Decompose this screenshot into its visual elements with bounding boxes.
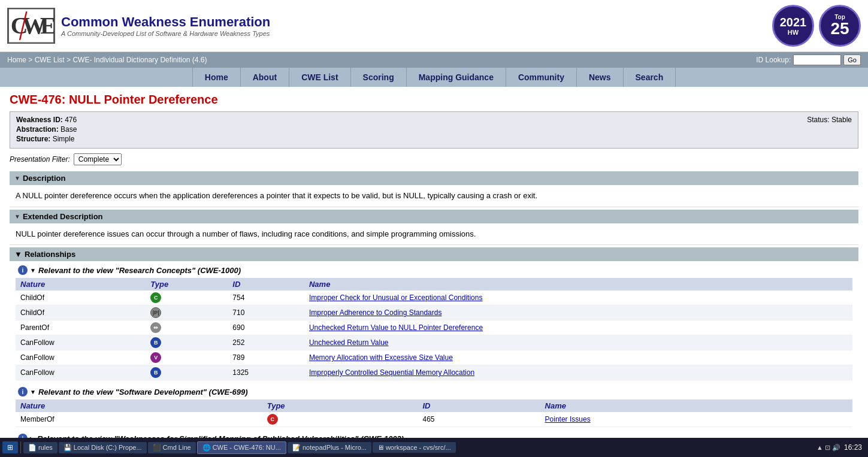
cell-type: C [262, 412, 418, 427]
view-simplified-header: i ▶ Relevant to the view "Weaknesses for… [16, 432, 852, 438]
structure-value: Simple [53, 135, 75, 143]
cell-id: 465 [418, 412, 540, 427]
cwe-link-252[interactable]: Unchecked Return Value [309, 338, 389, 347]
description-text: A NULL pointer dereference occurs when t… [16, 190, 852, 202]
breadcrumb-home[interactable]: Home [7, 56, 26, 64]
abstraction-value: Base [61, 125, 77, 134]
view-info-icon-1[interactable]: i [18, 265, 28, 275]
cell-type: ⇔ [146, 320, 228, 335]
view-info-icon-3[interactable]: i [18, 434, 28, 438]
id-lookup-input[interactable] [793, 55, 841, 65]
breadcrumb-cwelist[interactable]: CWE List [35, 56, 65, 64]
info-box: Weakness ID: 476 Abstraction: Base Struc… [10, 111, 858, 149]
type-icon: ⇔ [150, 322, 161, 333]
col-type-1: Type [146, 278, 228, 290]
description-toggle-arrow: ▼ [14, 175, 20, 181]
cwe-link-754[interactable]: Improper Check for Unusual or Exceptiona… [309, 293, 482, 302]
table-row: MemberOf C 465 Pointer Issues [16, 412, 852, 427]
description-section-header[interactable]: ▼ Description [10, 171, 858, 185]
abstraction-line: Abstraction: Base [16, 125, 77, 134]
cwe-link-1325[interactable]: Improperly Controlled Sequential Memory … [309, 368, 474, 377]
cell-nature: CanFollow [16, 365, 146, 380]
scroll-area[interactable]: CWE-476: NULL Pointer Dereference Weakne… [0, 87, 868, 438]
abstraction-label: Abstraction: [16, 125, 59, 134]
cwe-link-710[interactable]: Improper Adherence to Coding Standards [309, 308, 441, 317]
info-right: Status: Stable [807, 116, 852, 124]
status-value: Stable [831, 116, 852, 124]
table-row: CanFollow V 789 Memory Allocation with E… [16, 350, 852, 365]
nav-item-news[interactable]: News [577, 68, 624, 87]
table-row: ParentOf ⇔ 690 Unchecked Return Value to… [16, 320, 852, 335]
breadcrumb-current: CWE- Individual Dictionary Definition (4… [72, 56, 207, 64]
view1-toggle[interactable]: ▼ [30, 267, 36, 274]
table-row: ChildOf C 754 Improper Check for Unusual… [16, 290, 852, 305]
nav-item-cwe-list[interactable]: CWE List [289, 68, 350, 87]
cell-id: 252 [228, 335, 304, 350]
relationships-header-label: Relationships [25, 250, 75, 259]
relationships-toggle-arrow: ▼ [14, 250, 22, 259]
nav-item-community[interactable]: Community [506, 68, 577, 87]
site-title-area: Common Weakness Enumeration A Community-… [61, 14, 270, 37]
relationships-section: ▼ Relationships i ▼ Relevant to the view… [10, 247, 858, 438]
breadcrumb-bar: Home > CWE List > CWE- Individual Dictio… [0, 52, 868, 68]
relationships-header[interactable]: ▼ Relationships [10, 247, 858, 261]
view2-toggle[interactable]: ▼ [30, 389, 36, 395]
type-icon: C [150, 292, 161, 303]
table-row: CanFollow B 252 Unchecked Return Value [16, 335, 852, 350]
nav-item-mapping[interactable]: Mapping Guidance [407, 68, 506, 87]
nav-item-search[interactable]: Search [624, 68, 676, 87]
view-research-title: Relevant to the view "Research Concepts"… [38, 266, 241, 275]
cell-type: |P| [146, 305, 228, 320]
navbar: HomeAboutCWE ListScoringMapping Guidance… [0, 68, 868, 87]
cwe-link-789[interactable]: Memory Allocation with Excessive Size Va… [309, 353, 453, 362]
view-research-concepts: i ▼ Relevant to the view "Research Conce… [16, 264, 852, 380]
type-icon-red: C [267, 414, 278, 425]
software-dev-table: Nature Type ID Name MemberOf C 465 [16, 400, 852, 427]
description-header-label: Description [23, 174, 66, 183]
extended-description-header-label: Extended Description [23, 212, 103, 221]
filter-select[interactable]: Complete Basic [74, 153, 122, 165]
col-nature-1: Nature [16, 278, 146, 290]
cell-nature: ParentOf [16, 320, 146, 335]
id-lookup-label: ID Lookup: [756, 56, 791, 64]
view-research-header: i ▼ Relevant to the view "Research Conce… [16, 264, 852, 277]
id-lookup-area: ID Lookup: Go [756, 55, 861, 65]
view-software-development: i ▼ Relevant to the view "Software Devel… [16, 385, 852, 427]
badge-2021[interactable]: 2021 HW [772, 5, 814, 47]
badge-top25[interactable]: Top 25 [819, 5, 861, 47]
type-icon: |P| [150, 307, 161, 318]
structure-line: Structure: Simple [16, 135, 77, 143]
nav-item-home[interactable]: Home [192, 68, 241, 87]
col-type-2: Type [262, 400, 418, 412]
extended-desc-toggle-arrow: ▼ [14, 213, 20, 220]
cell-type: V [146, 350, 228, 365]
cell-nature: CanFollow [16, 350, 146, 365]
extended-description-section-header[interactable]: ▼ Extended Description [10, 210, 858, 223]
cell-name: Unchecked Return Value to NULL Pointer D… [304, 320, 852, 335]
cwe-link-465[interactable]: Pointer Issues [545, 415, 591, 423]
weakness-id-line: Weakness ID: 476 [16, 116, 77, 124]
nav-item-about[interactable]: About [241, 68, 289, 87]
breadcrumb-sep1: > [28, 56, 34, 64]
breadcrumb-sep2: > [66, 56, 72, 64]
cell-id: 789 [228, 350, 304, 365]
cwe-link-690[interactable]: Unchecked Return Value to NULL Pointer D… [309, 323, 483, 332]
weakness-id-label: Weakness ID: [16, 116, 63, 124]
table-row: CanFollow B 1325 Improperly Controlled S… [16, 365, 852, 380]
id-lookup-go[interactable]: Go [843, 55, 861, 65]
table-row: ChildOf |P| 710 Improper Adherence to Co… [16, 305, 852, 320]
badge-year: 2021 [780, 16, 807, 29]
cell-type: B [146, 365, 228, 380]
cell-type: C [146, 290, 228, 305]
svg-text:E: E [40, 12, 54, 39]
cell-name: Memory Allocation with Excessive Size Va… [304, 350, 852, 365]
view-info-icon-2[interactable]: i [18, 387, 28, 397]
structure-label: Structure: [16, 135, 50, 143]
cell-name: Unchecked Return Value [304, 335, 852, 350]
cell-type: B [146, 335, 228, 350]
cell-nature: CanFollow [16, 335, 146, 350]
status-label: Status: [807, 116, 829, 124]
type-icon: B [150, 337, 161, 348]
nav-item-scoring[interactable]: Scoring [351, 68, 407, 87]
cell-name: Improper Check for Unusual or Exceptiona… [304, 290, 852, 305]
